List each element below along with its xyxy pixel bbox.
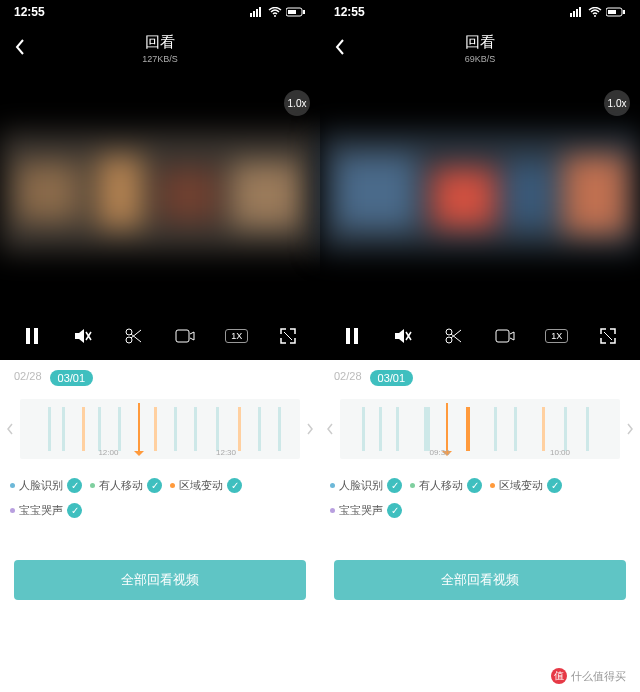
- filter-motion[interactable]: 有人移动✓: [410, 478, 482, 493]
- svg-rect-9: [16, 162, 80, 222]
- view-all-button[interactable]: 全部回看视频: [14, 560, 306, 600]
- svg-rect-19: [573, 11, 575, 17]
- timeline-section: 02/28 03/01 09:30 10:00 人脸识别✓: [320, 360, 640, 610]
- record-button[interactable]: [174, 325, 196, 347]
- svg-rect-32: [354, 328, 358, 344]
- svg-rect-25: [623, 10, 625, 14]
- timeline-section: 02/28 03/01 12:00 12:30: [0, 360, 320, 610]
- speed-label: 69KB/S: [465, 54, 496, 64]
- check-icon: ✓: [547, 478, 562, 493]
- speed-label: 127KB/S: [142, 54, 178, 64]
- timeline-tick: 09:30: [430, 448, 450, 457]
- pane-left: 12:55 回看 127KB/S 1.0x: [0, 0, 320, 692]
- battery-icon: [286, 7, 306, 17]
- svg-rect-2: [256, 9, 258, 17]
- date-prev[interactable]: 02/28: [14, 370, 42, 386]
- filter-face[interactable]: 人脸识别✓: [10, 478, 82, 493]
- speed-selector[interactable]: 1X: [545, 329, 568, 343]
- svg-rect-20: [576, 9, 578, 17]
- clip-button[interactable]: [443, 325, 465, 347]
- svg-rect-3: [259, 7, 261, 17]
- check-icon: ✓: [387, 503, 402, 518]
- status-time: 12:55: [14, 5, 45, 19]
- timeline-tick: 10:00: [550, 448, 570, 457]
- timeline-next[interactable]: [300, 423, 320, 435]
- svg-rect-17: [176, 330, 189, 342]
- video-frame: [0, 132, 320, 252]
- status-bar: 12:55: [0, 0, 320, 24]
- filter-motion[interactable]: 有人移动✓: [90, 478, 162, 493]
- svg-rect-6: [288, 10, 296, 14]
- video-player[interactable]: 1.0x: [320, 72, 640, 312]
- svg-rect-28: [432, 168, 496, 228]
- pause-button[interactable]: [21, 325, 43, 347]
- check-icon: ✓: [467, 478, 482, 493]
- check-icon: ✓: [387, 478, 402, 493]
- page-title: 回看: [142, 33, 178, 52]
- svg-point-4: [274, 15, 276, 17]
- timeline-prev[interactable]: [0, 423, 20, 435]
- filter-zone[interactable]: 区域变动✓: [490, 478, 562, 493]
- timeline-next[interactable]: [620, 423, 640, 435]
- clip-button[interactable]: [123, 325, 145, 347]
- fullscreen-button[interactable]: [597, 325, 619, 347]
- timeline-cursor[interactable]: [138, 403, 140, 455]
- svg-rect-31: [346, 328, 350, 344]
- svg-rect-11: [160, 168, 218, 222]
- check-icon: ✓: [67, 478, 82, 493]
- playback-speed-badge[interactable]: 1.0x: [604, 90, 630, 116]
- event-filters: 人脸识别✓ 有人移动✓ 区域变动✓ 宝宝哭声✓: [0, 464, 320, 532]
- view-all-button[interactable]: 全部回看视频: [334, 560, 626, 600]
- signal-icon: [250, 7, 264, 17]
- date-current[interactable]: 03/01: [50, 370, 94, 386]
- svg-rect-10: [96, 156, 144, 228]
- video-controls: 1X: [0, 312, 320, 360]
- timeline[interactable]: 09:30 10:00: [340, 399, 620, 459]
- event-filters: 人脸识别✓ 有人移动✓ 区域变动✓ 宝宝哭声✓: [320, 464, 640, 532]
- watermark-text: 什么值得买: [571, 669, 626, 684]
- playback-speed-badge[interactable]: 1.0x: [284, 90, 310, 116]
- pane-right: 12:55 回看 69KB/S 1.0x: [320, 0, 640, 692]
- svg-rect-0: [250, 13, 252, 17]
- header: 回看 69KB/S: [320, 24, 640, 72]
- back-button[interactable]: [14, 38, 26, 60]
- timeline-prev[interactable]: [320, 423, 340, 435]
- svg-rect-27: [336, 156, 416, 228]
- record-button[interactable]: [494, 325, 516, 347]
- timeline-tick: 12:00: [98, 448, 118, 457]
- svg-rect-35: [496, 330, 509, 342]
- mute-button[interactable]: [72, 325, 94, 347]
- svg-rect-1: [253, 11, 255, 17]
- mute-button[interactable]: [392, 325, 414, 347]
- video-controls: 1X: [320, 312, 640, 360]
- svg-rect-13: [26, 328, 30, 344]
- timeline[interactable]: 12:00 12:30: [20, 399, 300, 459]
- filter-cry[interactable]: 宝宝哭声✓: [330, 503, 402, 518]
- date-prev[interactable]: 02/28: [334, 370, 362, 386]
- svg-rect-12: [230, 162, 300, 228]
- wifi-icon: [588, 7, 602, 17]
- battery-icon: [606, 7, 626, 17]
- header: 回看 127KB/S: [0, 24, 320, 72]
- svg-rect-29: [506, 162, 554, 228]
- check-icon: ✓: [67, 503, 82, 518]
- video-player[interactable]: 1.0x: [0, 72, 320, 312]
- filter-zone[interactable]: 区域变动✓: [170, 478, 242, 493]
- watermark: 值 什么值得买: [545, 666, 632, 686]
- speed-selector[interactable]: 1X: [225, 329, 248, 343]
- timeline-tick: 12:30: [216, 448, 236, 457]
- watermark-logo-icon: 值: [551, 668, 567, 684]
- date-selector: 02/28 03/01: [320, 370, 640, 394]
- pause-button[interactable]: [341, 325, 363, 347]
- fullscreen-button[interactable]: [277, 325, 299, 347]
- page-title: 回看: [465, 33, 496, 52]
- filter-face[interactable]: 人脸识别✓: [330, 478, 402, 493]
- check-icon: ✓: [227, 478, 242, 493]
- check-icon: ✓: [147, 478, 162, 493]
- date-current[interactable]: 03/01: [370, 370, 414, 386]
- back-button[interactable]: [334, 38, 346, 60]
- status-time: 12:55: [334, 5, 365, 19]
- filter-cry[interactable]: 宝宝哭声✓: [10, 503, 82, 518]
- svg-point-22: [594, 15, 596, 17]
- svg-rect-7: [303, 10, 305, 14]
